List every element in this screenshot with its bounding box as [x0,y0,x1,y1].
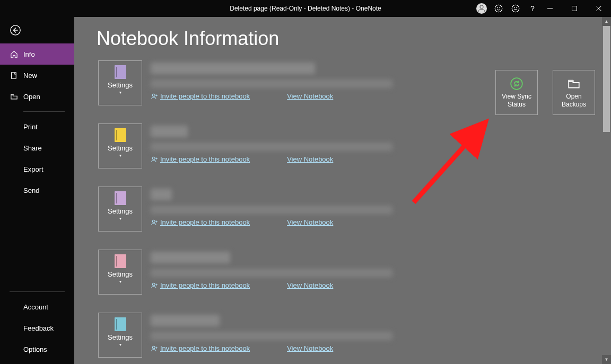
invite-people-link[interactable]: Invite people to this notebook [151,344,250,352]
sidebar-item-account[interactable]: Account [0,296,74,317]
svg-point-15 [153,220,155,223]
sidebar-label: Send [23,187,39,194]
help-icon[interactable]: ? [527,3,538,14]
svg-point-17 [153,346,155,349]
sidebar-label: Export [23,165,43,173]
view-notebook-link[interactable]: View Notebook [287,155,333,163]
sidebar-item-new[interactable]: New [0,65,74,86]
chevron-down-icon: ▾ [119,279,121,284]
invite-people-link[interactable]: Invite people to this notebook [151,155,250,163]
page-title: Notebook Information [74,17,611,60]
svg-point-16 [153,283,155,286]
button-label: View Sync Status [496,93,537,109]
divider [10,291,65,292]
view-notebook-link[interactable]: View Notebook [287,344,333,352]
notebook-info: Invite people to this notebookView Noteb… [151,250,392,289]
scrollbar[interactable]: ▲ ▼ [602,17,611,364]
sidebar-label: Account [23,303,48,311]
notebook-row: Settings▾Invite people to this notebookV… [98,250,611,295]
sidebar-item-options[interactable]: Options [0,339,74,360]
settings-label: Settings [108,144,133,152]
chevron-down-icon: ▾ [119,90,121,95]
frown-icon[interactable] [510,3,521,14]
back-button[interactable] [0,17,74,43]
settings-dropdown-button[interactable]: Settings▾ [98,60,142,105]
svg-point-1 [495,5,502,12]
sidebar-label: Share [23,144,42,152]
view-notebook-link[interactable]: View Notebook [287,218,333,226]
sidebar-item-send[interactable]: Send [0,180,74,201]
notebook-icon [115,128,126,142]
avatar[interactable] [476,3,487,14]
close-button[interactable] [587,0,611,17]
sidebar-item-info[interactable]: Info [0,43,74,65]
notebook-info: Invite people to this notebookView Noteb… [151,313,392,352]
notebook-row: Settings▾Invite people to this notebookV… [98,187,611,232]
sidebar-label: Info [23,50,35,58]
person-add-icon [151,219,158,226]
settings-label: Settings [108,270,133,278]
notebook-path-redacted [151,332,392,340]
folder-icon [567,77,581,91]
notebook-info: Invite people to this notebookView Noteb… [151,60,392,100]
notebook-info: Invite people to this notebookView Noteb… [151,187,392,226]
sidebar-item-share[interactable]: Share [0,137,74,158]
open-backups-button[interactable]: Open Backups [553,70,595,115]
sidebar-item-open[interactable]: Open [0,86,74,107]
svg-point-3 [500,7,500,8]
person-add-icon [151,156,158,163]
main-panel: Notebook Information Settings▾Invite peo… [74,17,611,364]
scroll-up-arrow-icon[interactable]: ▲ [602,17,611,26]
title-bar: Deleted page (Read-Only - Deleted Notes)… [0,0,611,17]
view-notebook-link[interactable]: View Notebook [287,281,333,289]
chevron-down-icon: ▾ [119,342,121,347]
notebook-name-redacted [151,189,172,200]
svg-point-18 [511,78,522,90]
settings-label: Settings [108,333,133,341]
settings-dropdown-button[interactable]: Settings▾ [98,313,142,358]
scroll-thumb[interactable] [603,26,610,132]
minimize-button[interactable] [538,0,562,17]
notebook-info: Invite people to this notebookView Noteb… [151,123,392,163]
svg-rect-12 [11,72,16,78]
sidebar-label: Print [23,123,38,131]
maximize-button[interactable] [562,0,587,17]
new-icon [10,71,18,79]
settings-dropdown-button[interactable]: Settings▾ [98,187,142,232]
invite-people-link[interactable]: Invite people to this notebook [151,92,250,100]
svg-point-0 [480,5,483,8]
view-sync-status-button[interactable]: View Sync Status [495,70,538,115]
sidebar-item-print[interactable]: Print [0,116,74,137]
settings-dropdown-button[interactable]: Settings▾ [98,123,142,168]
settings-label: Settings [108,207,133,215]
invite-people-link[interactable]: Invite people to this notebook [151,281,250,289]
notebook-name-redacted [151,126,188,137]
notebook-name-redacted [151,315,220,326]
notebook-icon [115,317,126,331]
svg-point-6 [517,7,517,8]
person-add-icon [151,282,158,289]
notebook-name-redacted [151,63,315,74]
smile-icon[interactable] [493,3,504,14]
notebook-path-redacted [151,206,392,214]
sidebar-item-export[interactable]: Export [0,158,74,180]
sidebar-item-feedback[interactable]: Feedback [0,317,74,339]
window-title: Deleted page (Read-Only - Deleted Notes)… [230,5,381,12]
svg-point-4 [512,5,519,12]
svg-rect-8 [572,6,577,11]
notebook-path-redacted [151,143,392,151]
view-notebook-link[interactable]: View Notebook [287,92,333,100]
scroll-down-arrow-icon[interactable]: ▼ [602,355,611,364]
notebook-path-redacted [151,79,392,88]
notebook-icon [115,191,126,205]
divider [23,111,65,112]
person-add-icon [151,345,158,352]
person-add-icon [151,93,158,100]
notebook-row: Settings▾Invite people to this notebookV… [98,313,611,358]
svg-point-5 [514,7,514,8]
invite-people-link[interactable]: Invite people to this notebook [151,218,250,226]
folder-open-icon [10,92,18,101]
notebook-icon [115,65,126,79]
sidebar-label: Options [23,345,47,353]
settings-dropdown-button[interactable]: Settings▾ [98,250,142,295]
